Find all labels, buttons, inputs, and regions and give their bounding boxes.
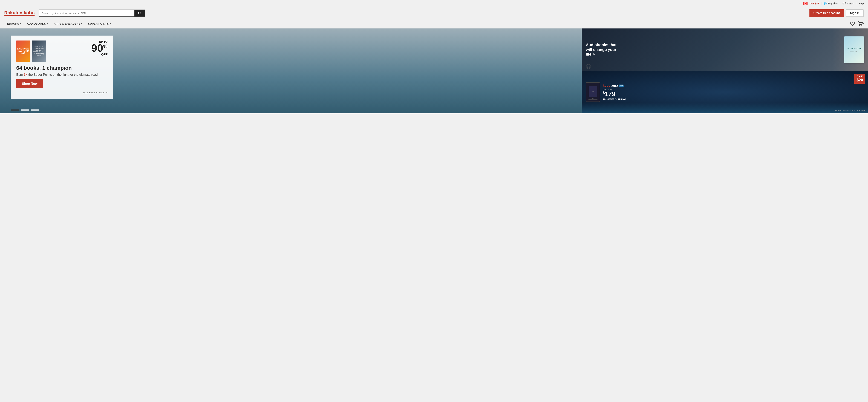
panel-book-title: calm the f*ck down	[847, 48, 861, 50]
divider2: |	[840, 2, 840, 5]
subtitle-prefix: Earn	[16, 73, 24, 76]
book1-title: EMILY RUST a novel KATHY ANG	[17, 48, 29, 54]
nav-apps-ereaders[interactable]: APPS & eREADERS ▾	[51, 19, 85, 28]
save-amount: $20	[857, 78, 863, 82]
slide-indicator	[10, 110, 39, 111]
nav-ebooks-label: eBOOKS	[7, 22, 19, 25]
logo-rakuten: Rakuten	[4, 10, 23, 16]
svg-point-1	[862, 25, 862, 26]
shop-now-button[interactable]: Shop Now	[16, 80, 43, 88]
audiobooks-panel[interactable]: Audiobooks that will change your life > …	[582, 29, 868, 71]
sign-in-button[interactable]: Sign in	[846, 9, 864, 17]
nav-super-points[interactable]: SUPER POINTS ▾	[85, 19, 114, 28]
language-selector[interactable]: 🌐 English ▾	[824, 2, 838, 5]
search-input[interactable]	[39, 10, 134, 17]
panel-book-subtitle: sarah knight	[850, 50, 858, 52]
headphone-icon: 🎧	[586, 64, 591, 69]
search-icon	[137, 11, 142, 15]
chevron-down-icon: ▾	[836, 2, 838, 5]
panel-book-image: calm the f*ck down sarah knight	[844, 36, 864, 63]
hero-subtitle: Earn 3x the Super Points on the fight fo…	[16, 72, 107, 77]
search-bar	[39, 9, 145, 17]
panel-free-shipping: Plus FREE SHIPPING	[603, 98, 626, 101]
svg-point-5	[592, 98, 593, 99]
save-label: SAVE	[857, 75, 863, 78]
chevron-down-icon: ▾	[110, 23, 111, 25]
save-badge: SAVE $20	[855, 74, 865, 84]
book2-title: The Home for Unwanted Girls JOANNA GOODM…	[33, 46, 45, 56]
panel-hurry: HURRY, OFFER ENDS MARCH 14TH	[835, 110, 865, 112]
nav-ebooks[interactable]: eBOOKS ▾	[4, 19, 24, 28]
divider3: |	[856, 2, 857, 5]
panel-audiobooks-text: Audiobooks that will change your life >	[586, 42, 618, 57]
kobo-device-panel[interactable]: SAVE $20 kobo kobo aura H2O now only	[582, 71, 868, 113]
search-button[interactable]	[134, 10, 145, 17]
language-label: English	[828, 2, 836, 5]
nav-points-label: SUPER POINTS	[88, 22, 109, 25]
subtitle-suffix: the Super Points on the fight for the ul…	[27, 73, 98, 76]
globe-icon: 🌐	[824, 2, 827, 5]
sale-ends-label: SALE ENDS APRIL 5TH	[16, 91, 107, 94]
chevron-down-icon: ▾	[47, 23, 48, 25]
panel-kobo-text: kobo aura H2O now only $179 Plus FREE SH…	[603, 84, 626, 101]
help-link[interactable]: Help	[859, 2, 864, 5]
promo-label[interactable]: Get $15	[810, 2, 819, 5]
cart-chevron-icon: ▾	[863, 23, 864, 25]
subtitle-highlight: 3x	[24, 73, 27, 76]
indicator-dot-1[interactable]	[10, 110, 20, 111]
hero-card: EMILY RUST a novel KATHY ANG The Home fo…	[10, 35, 113, 99]
device-svg: kobo	[588, 85, 598, 100]
book-cover-1: EMILY RUST a novel KATHY ANG	[16, 40, 30, 62]
canada-flag: 🇨🇦	[803, 1, 808, 6]
nav-right-icons: ▾	[850, 21, 864, 26]
panel-brand: kobo aura H2O	[603, 84, 626, 88]
hero-card-top: EMILY RUST a novel KATHY ANG The Home fo…	[16, 40, 107, 63]
wishlist-icon[interactable]	[850, 21, 855, 26]
svg-point-0	[859, 25, 860, 26]
nav-bar: eBOOKS ▾ AUDIOBOOKS ▾ APPS & eREADERS ▾ …	[0, 19, 868, 29]
hero-books: EMILY RUST a novel KATHY ANG The Home fo…	[16, 40, 46, 62]
discount-percent: 90%	[91, 43, 107, 53]
logo-kobo: kobo	[24, 10, 35, 16]
header-actions: Create free account Sign in	[809, 9, 864, 17]
divider: |	[821, 2, 822, 5]
chevron-down-icon: ▾	[81, 23, 83, 25]
indicator-dot-2[interactable]	[21, 110, 29, 111]
kobo-device-image: kobo	[586, 83, 600, 102]
chevron-down-icon: ▾	[20, 23, 21, 25]
top-bar: 🇨🇦 Get $15 | 🌐 English ▾ | Gift Cards | …	[0, 0, 868, 7]
logo[interactable]: Rakuten kobo	[4, 10, 35, 16]
indicator-dot-3[interactable]	[30, 110, 39, 111]
logo-underline	[4, 16, 35, 16]
hero-right-panels: Audiobooks that will change your life > …	[582, 29, 868, 113]
cart-icon[interactable]: ▾	[858, 21, 864, 26]
nav-audiobooks[interactable]: AUDIOBOOKS ▾	[24, 19, 51, 28]
book-cover-2: The Home for Unwanted Girls JOANNA GOODM…	[32, 40, 46, 62]
h2o-badge: H2O	[619, 85, 623, 87]
panel-price: $179	[603, 91, 626, 97]
gift-cards-link[interactable]: Gift Cards	[842, 2, 854, 5]
nav-apps-label: APPS & eREADERS	[54, 22, 80, 25]
nav-audiobooks-label: AUDIOBOOKS	[27, 22, 46, 25]
hero-discount: UP TO 90% OFF	[91, 40, 107, 56]
hero-main-panel: EMILY RUST a novel KATHY ANG The Home fo…	[0, 29, 582, 113]
svg-text:kobo: kobo	[592, 91, 594, 92]
panel-ocean	[582, 103, 868, 113]
hero-title: 64 books, 1 champion	[16, 65, 107, 71]
header: Rakuten kobo Create free account Sign in	[0, 7, 868, 19]
hero-section: EMILY RUST a novel KATHY ANG The Home fo…	[0, 29, 868, 113]
create-account-button[interactable]: Create free account	[809, 9, 844, 17]
